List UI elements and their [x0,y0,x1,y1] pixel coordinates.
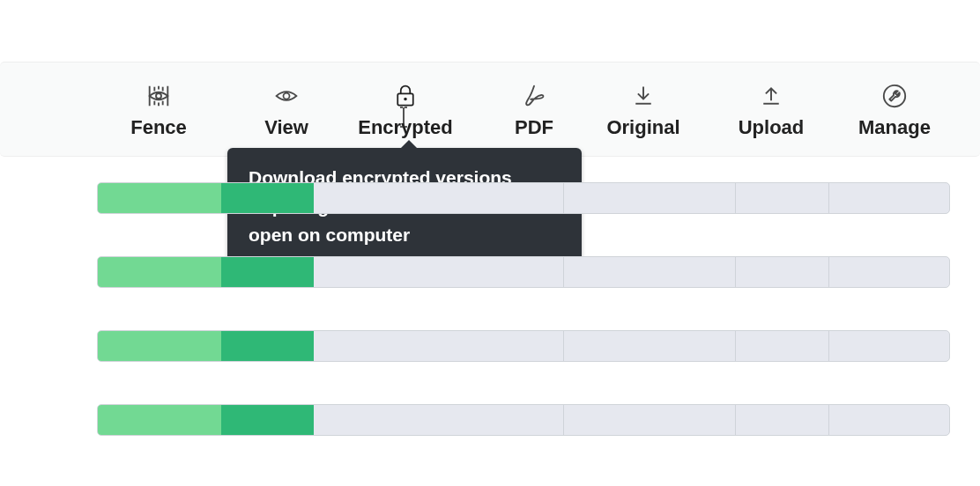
toolbar-label: Upload [739,116,805,139]
fence-eye-icon [144,81,174,111]
row-divider [828,331,829,361]
segment-dark-green [221,331,314,361]
toolbar-label: Fence [130,116,187,139]
upload-button[interactable]: Upload [714,63,828,158]
progress-row [97,330,950,362]
fence-button[interactable]: Fence [106,63,212,158]
segment-dark-green [221,405,314,435]
row-divider [828,257,829,287]
segment-empty [314,405,949,435]
wrench-circle-icon [880,81,909,111]
upload-icon [756,81,786,111]
toolbar-label: View [264,116,308,139]
row-divider [735,183,736,213]
row-divider [563,331,564,361]
svg-point-9 [284,93,290,99]
progress-rows [97,182,950,478]
toolbar-label: Encrypted [358,116,453,139]
lock-icon [390,81,420,111]
pdf-icon [519,81,549,111]
progress-row [97,256,950,288]
row-divider [735,331,736,361]
segment-light-green [98,183,221,213]
row-divider [563,405,564,435]
segment-dark-green [221,257,314,287]
row-divider [735,405,736,435]
toolbar-label: PDF [515,116,553,139]
segment-empty [314,183,949,213]
segment-light-green [98,331,221,361]
row-divider [828,183,829,213]
eye-icon [271,81,301,111]
view-button[interactable]: View [238,63,335,158]
row-divider [563,183,564,213]
toolbar-label: Original [606,116,679,139]
progress-row [97,404,950,436]
segment-empty [314,257,949,287]
svg-point-8 [156,93,161,99]
svg-point-11 [404,98,407,101]
manage-button[interactable]: Manage [837,63,952,158]
download-icon [628,81,658,111]
toolbar: Fence View Encrypted [0,62,980,157]
progress-row [97,182,950,214]
segment-empty [314,331,949,361]
segment-light-green [98,257,221,287]
row-divider [563,257,564,287]
pdf-button[interactable]: PDF [490,63,578,158]
row-divider [828,405,829,435]
segment-dark-green [221,183,314,213]
row-divider [735,257,736,287]
original-button[interactable]: Original [582,63,705,158]
svg-point-16 [884,85,905,107]
toolbar-label: Manage [858,116,931,139]
segment-light-green [98,405,221,435]
